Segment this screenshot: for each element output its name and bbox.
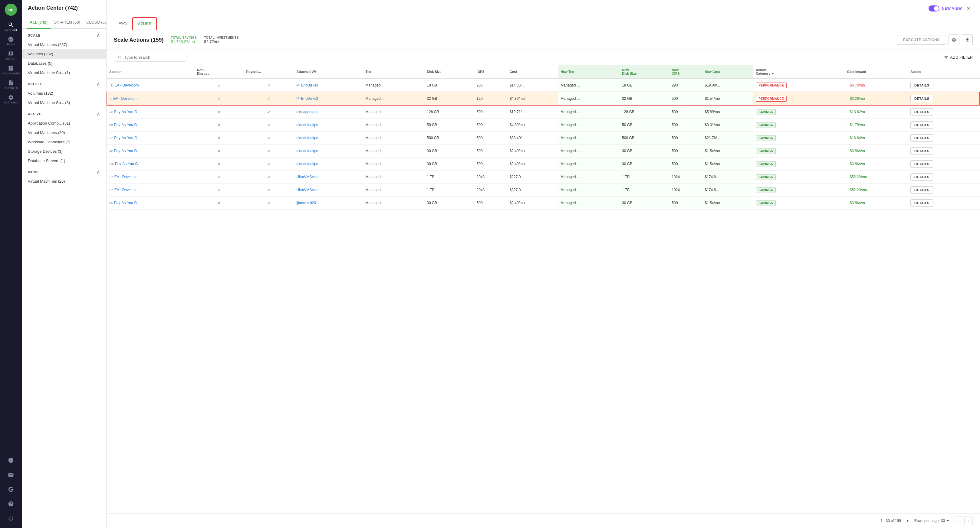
cell-tier: Managed ... (363, 171, 425, 184)
sidebar-item-virtual-machines-scale[interactable]: Virtual Machines (257) (22, 40, 106, 49)
attached-vm-link[interactable]: UltraVMScale (296, 188, 318, 192)
account-link[interactable]: Pay-As-You-G (114, 201, 137, 205)
cell-new-iops: 500 (669, 132, 702, 144)
cell-disk-size: 30 GB (424, 144, 474, 157)
nav-plan[interactable]: PLAN (5, 35, 17, 47)
sidebar-item-virtual-machines-move[interactable]: Virtual Machines (26) (22, 177, 106, 186)
nav-mail[interactable] (5, 469, 17, 481)
next-page-button[interactable]: › (964, 517, 973, 525)
account-link[interactable]: EA - Developm (115, 188, 138, 192)
details-button[interactable]: DETAILS (910, 82, 933, 89)
details-button[interactable]: DETAILS (910, 160, 933, 168)
execute-actions-button[interactable]: EXECUTE ACTIONS (897, 35, 946, 45)
account-link[interactable]: Pay-As-You-G (115, 162, 138, 166)
account-link[interactable]: Pay-As-You-G (114, 136, 137, 140)
sidebar-item-vm-sp-scale[interactable]: Virtual Machine Sp... (1) (22, 68, 106, 78)
table-row: _D EA - Developm ✓ ✓ PTEricDisks3 Manage… (107, 79, 980, 92)
attached-vm-link[interactable]: aks-defaultpc (296, 123, 318, 127)
search-input[interactable] (124, 55, 179, 60)
new-view-toggle-switch[interactable] (929, 5, 939, 11)
check-icon: ✓ (267, 174, 271, 180)
x-icon: ✕ (217, 200, 221, 205)
nav-google[interactable] (5, 483, 17, 495)
details-button[interactable]: DETAILS (910, 186, 933, 193)
col-new-tier: New Tier (558, 65, 619, 79)
download-icon-button[interactable] (962, 35, 973, 45)
tab-cloud[interactable]: CLOUD (630) (83, 16, 107, 29)
add-filter-button[interactable]: ADD FILTER (944, 55, 973, 60)
account-link[interactable]: Pay-As-You-G (114, 149, 137, 153)
cloud-tab-azure[interactable]: AZURE (132, 17, 157, 30)
attached-vm-link[interactable]: aks-defaultpc (296, 149, 318, 153)
attached-vm-link[interactable]: jjbosvm-0201 (296, 201, 318, 205)
delete-toggle[interactable]: ∧ (97, 81, 100, 87)
sidebar-item-storage-devices-resize[interactable]: Storage Devices (3) (22, 147, 106, 156)
details-button[interactable]: DETAILS (910, 173, 933, 181)
cell-account: -c6 Pay-As-You-G (107, 157, 195, 171)
nav-place[interactable]: PLACE (5, 49, 17, 62)
tab-onprem[interactable]: ON-PREM (56) (51, 16, 83, 29)
attached-vm-link[interactable]: aks-defaultpc (296, 162, 318, 166)
attached-vm-link[interactable]: PTEricDisks3 (296, 83, 318, 87)
account-link[interactable]: EA - Developm (115, 175, 138, 179)
badge-performance: PERFORMANCE (756, 96, 787, 101)
cell-new-tier: Managed ... (558, 144, 619, 157)
sidebar-item-workload-controllers-resize[interactable]: Workload Controllers (7) (22, 137, 106, 147)
tab-all[interactable]: ALL (742) (27, 16, 51, 29)
col-iops: IOPS (474, 65, 507, 79)
search-box[interactable] (114, 53, 186, 62)
nav-power[interactable] (5, 512, 17, 524)
cell-action-category: SAVINGS (753, 132, 845, 144)
rows-per-page-select[interactable]: Rows per page: 30 ▼ (914, 518, 950, 523)
cell-account: -6: Pay-As-You-G (107, 132, 195, 144)
sidebar-item-database-servers-resize[interactable]: Database Servers (1) (22, 156, 106, 165)
nav-help[interactable] (5, 498, 17, 510)
sidebar-item-vm-sp-delete[interactable]: Virtual Machine Sp... (3) (22, 98, 106, 107)
sidebar-item-volumes-scale[interactable]: Volumes (232) (22, 49, 106, 59)
cell-disk-size: 30 GB (424, 157, 474, 171)
cell-tier: Managed ... (363, 132, 425, 144)
details-button[interactable]: DETAILS (910, 95, 933, 102)
sidebar-item-volumes-delete[interactable]: Volumes (132) (22, 89, 106, 98)
new-view-label[interactable]: NEW VIEW (942, 6, 962, 11)
nav-dashboard[interactable]: DASHBOARD (5, 64, 17, 76)
cell-new-tier: Managed ... (558, 79, 619, 92)
nav-settings[interactable]: SETTINGS (5, 93, 17, 105)
nav-search[interactable]: SEARCH (5, 21, 17, 33)
attached-vm-link[interactable]: UltraVMScale (296, 175, 318, 179)
cell-cost: $227.0... (507, 171, 558, 184)
sidebar-item-app-comp-resize[interactable]: Application Comp... (51) (22, 119, 106, 128)
prev-page-button[interactable]: ‹ (955, 517, 963, 525)
details-button[interactable]: DETAILS (910, 134, 933, 141)
details-button[interactable]: DETAILS (910, 108, 933, 116)
move-toggle[interactable]: ∧ (97, 169, 100, 175)
scale-toggle[interactable]: ∧ (97, 32, 100, 38)
nav-reports[interactable]: REPORTS (5, 79, 17, 91)
resize-toggle[interactable]: ∧ (97, 111, 100, 117)
col-cost-impact: Cost Impact (845, 65, 908, 79)
col-action-category[interactable]: ActionCategory ▼ (753, 65, 845, 79)
sidebar-item-virtual-machines-resize[interactable]: Virtual Machines (20) (22, 128, 106, 137)
sidebar-item-databases-scale[interactable]: Databases (5) (22, 59, 106, 68)
attached-vm-link[interactable]: aks-agentpoc (296, 110, 318, 114)
cell-action: DETAILS (908, 184, 980, 197)
check-icon: ✓ (267, 96, 271, 101)
scale-actions-table: Account Non-Disrupt... Reversi... Attach… (107, 65, 980, 209)
details-button[interactable]: DETAILS (910, 121, 933, 128)
account-link[interactable]: EA - Developm (113, 97, 138, 101)
table-row: Se EA - Developm ✓ ✓ UltraVMScale Manage… (107, 184, 980, 197)
details-button[interactable]: DETAILS (910, 147, 933, 155)
attached-vm-link[interactable]: PTEricDisks3 (296, 97, 318, 101)
attached-vm-link[interactable]: aks-defaultpc (296, 136, 318, 140)
cloud-tab-aws[interactable]: AWS (114, 17, 132, 30)
badge-performance: PERFORMANCE (756, 82, 787, 88)
nav-info[interactable] (5, 454, 17, 466)
details-button[interactable]: DETAILS (910, 199, 933, 206)
settings-icon-button[interactable] (948, 35, 959, 45)
badge-savings: SAVINGS (756, 135, 776, 141)
account-link[interactable]: EA - Developm (115, 83, 138, 87)
app-logo: on (5, 4, 17, 16)
close-button[interactable]: × (964, 4, 973, 13)
account-link[interactable]: Pay-As-You-G (114, 123, 137, 127)
account-link[interactable]: Pay-As-You-G (114, 110, 137, 114)
